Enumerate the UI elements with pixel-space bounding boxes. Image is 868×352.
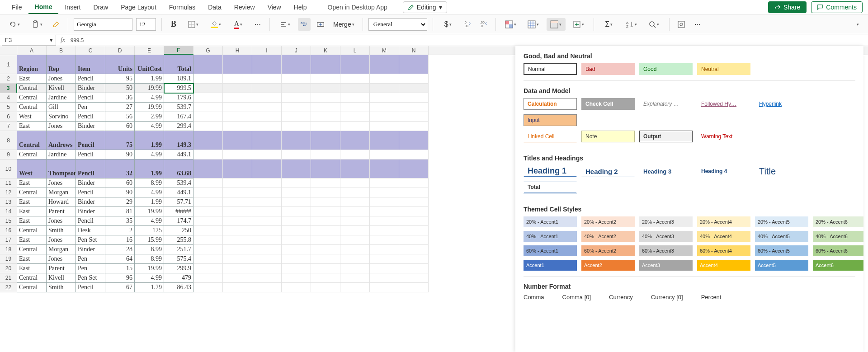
style-normal[interactable]: Normal: [524, 63, 577, 75]
cell-M18[interactable]: [370, 245, 399, 254]
style-p40-accent2[interactable]: 40% - Accent2: [581, 231, 635, 242]
row-header-5[interactable]: 5: [0, 103, 17, 112]
cell-A20[interactable]: East: [17, 264, 47, 273]
cell-M1[interactable]: [370, 55, 399, 74]
cell-G2[interactable]: [193, 74, 223, 84]
cell-F11[interactable]: 539.4: [164, 178, 193, 188]
cell-H14[interactable]: [223, 207, 252, 216]
cell-K1[interactable]: [311, 55, 340, 74]
cell-M10[interactable]: [370, 160, 399, 178]
align-button[interactable]: ▾: [275, 18, 294, 31]
cell-M3[interactable]: [370, 84, 399, 93]
cell-N7[interactable]: [399, 122, 429, 131]
style-warning[interactable]: Warning Text: [697, 131, 750, 142]
cell-B20[interactable]: Parent: [47, 264, 76, 273]
cell-A15[interactable]: East: [17, 216, 47, 226]
cell-N3[interactable]: [399, 84, 429, 93]
cell-D11[interactable]: 60: [105, 178, 135, 188]
cell-G9[interactable]: [193, 150, 223, 160]
col-header-M[interactable]: M: [370, 46, 399, 55]
cell-D2[interactable]: 95: [105, 74, 135, 84]
cell-D3[interactable]: 50: [105, 84, 135, 93]
bold-button[interactable]: B: [167, 18, 180, 31]
share-button[interactable]: Share: [768, 1, 807, 13]
cell-E4[interactable]: 4.99: [135, 93, 164, 103]
cell-E21[interactable]: 4.99: [135, 273, 164, 283]
numfmt-comma-0-[interactable]: Comma [0]: [562, 294, 591, 300]
col-header-C[interactable]: C: [76, 46, 105, 55]
cell-I1[interactable]: [252, 55, 282, 74]
cell-D13[interactable]: 29: [105, 197, 135, 207]
cell-L14[interactable]: [340, 207, 370, 216]
cell-E11[interactable]: 8.99: [135, 178, 164, 188]
cell-L19[interactable]: [340, 254, 370, 264]
cell-D6[interactable]: 56: [105, 112, 135, 122]
cell-C12[interactable]: Pencil: [76, 188, 105, 197]
cell-N6[interactable]: [399, 112, 429, 122]
tab-view[interactable]: View: [261, 1, 288, 14]
cell-I21[interactable]: [252, 273, 282, 283]
cell-A3[interactable]: Central: [17, 84, 47, 93]
font-color-button[interactable]: A▾: [229, 18, 248, 31]
cell-M16[interactable]: [370, 226, 399, 235]
cell-C7[interactable]: Binder: [76, 122, 105, 131]
cell-K12[interactable]: [311, 188, 340, 197]
cell-I3[interactable]: [252, 84, 282, 93]
cell-K4[interactable]: [311, 93, 340, 103]
row-header-2[interactable]: 2: [0, 74, 17, 84]
cell-A6[interactable]: West: [17, 112, 47, 122]
cell-F21[interactable]: 479: [164, 273, 193, 283]
cell-D7[interactable]: 60: [105, 122, 135, 131]
cell-J4[interactable]: [282, 93, 311, 103]
cell-H17[interactable]: [223, 235, 252, 245]
select-all-corner[interactable]: [0, 46, 17, 55]
cell-J8[interactable]: [282, 131, 311, 150]
cell-K2[interactable]: [311, 74, 340, 84]
cell-C1[interactable]: Item: [76, 55, 105, 74]
row-header-12[interactable]: 12: [0, 188, 17, 197]
style-output[interactable]: Output: [639, 131, 693, 142]
cell-G19[interactable]: [193, 254, 223, 264]
cell-K14[interactable]: [311, 207, 340, 216]
cell-F1[interactable]: Total: [164, 55, 193, 74]
cell-M9[interactable]: [370, 150, 399, 160]
cell-E13[interactable]: 1.99: [135, 197, 164, 207]
style-full-accent3[interactable]: Accent3: [639, 260, 693, 271]
cell-M12[interactable]: [370, 188, 399, 197]
cell-B13[interactable]: Howard: [47, 197, 76, 207]
find-button[interactable]: ▾: [645, 18, 664, 31]
cell-D4[interactable]: 36: [105, 93, 135, 103]
style-full-accent1[interactable]: Accent1: [524, 260, 577, 271]
col-header-H[interactable]: H: [223, 46, 252, 55]
cell-I11[interactable]: [252, 178, 282, 188]
cell-A22[interactable]: Central: [17, 283, 47, 292]
tab-help[interactable]: Help: [288, 1, 313, 14]
cell-N22[interactable]: [399, 283, 429, 292]
cell-N19[interactable]: [399, 254, 429, 264]
cell-K22[interactable]: [311, 283, 340, 292]
cell-G3[interactable]: [193, 84, 223, 93]
cell-J17[interactable]: [282, 235, 311, 245]
row-header-19[interactable]: 19: [0, 254, 17, 264]
cell-D20[interactable]: 15: [105, 264, 135, 273]
cell-F9[interactable]: 449.1: [164, 150, 193, 160]
cell-B22[interactable]: Smith: [47, 283, 76, 292]
cell-G11[interactable]: [193, 178, 223, 188]
row-header-4[interactable]: 4: [0, 93, 17, 103]
cell-J20[interactable]: [282, 264, 311, 273]
cell-G13[interactable]: [193, 197, 223, 207]
cell-F17[interactable]: 255.8: [164, 235, 193, 245]
cell-L13[interactable]: [340, 197, 370, 207]
cell-K17[interactable]: [311, 235, 340, 245]
cell-N11[interactable]: [399, 178, 429, 188]
cell-I2[interactable]: [252, 74, 282, 84]
tab-home[interactable]: Home: [28, 0, 59, 14]
cell-B16[interactable]: Smith: [47, 226, 76, 235]
conditional-format-button[interactable]: ▾: [501, 18, 520, 31]
col-header-B[interactable]: B: [47, 46, 76, 55]
tab-data[interactable]: Data: [202, 1, 228, 14]
cell-L17[interactable]: [340, 235, 370, 245]
tab-review[interactable]: Review: [228, 1, 261, 14]
cell-G14[interactable]: [193, 207, 223, 216]
cell-I18[interactable]: [252, 245, 282, 254]
